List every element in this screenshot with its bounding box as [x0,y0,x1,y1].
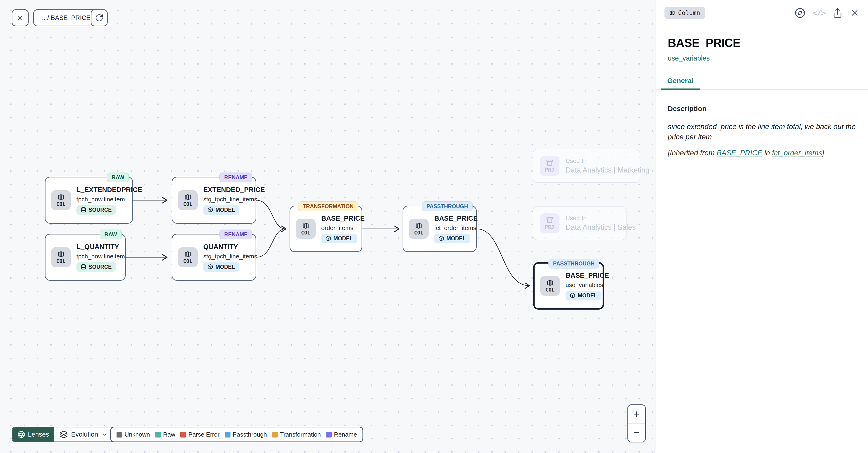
chip-label: COL [301,230,310,236]
code-icon[interactable]: </> [812,8,825,18]
used-in-node-marketing[interactable]: PRJ Used In Data Analytics | Marketing [533,149,640,183]
panel-tabs: General [656,77,868,90]
cube-icon [326,236,331,241]
chip-label: PRJ [545,167,554,173]
evolution-legend: Unknown Raw Parse Error Passthrough Tran… [110,427,363,442]
node-title: BASE_PRICE [565,272,609,279]
inherited-column-link[interactable]: BASE_PRICE [716,149,762,157]
node-title: QUANTITY [203,243,238,251]
node-title: L_EXTENDEDPRICE [76,186,142,194]
tab-general[interactable]: General [661,77,700,90]
column-chip: COL [540,276,560,296]
used-in-title: Data Analytics | Sales [565,223,636,232]
node-subtitle: fct_order_items [434,224,476,232]
zoom-in-button[interactable]: + [628,405,645,423]
refresh-button[interactable] [91,9,107,26]
cube-icon [208,207,213,213]
legend-item-rename: Rename [326,431,357,438]
layers-icon [60,430,68,438]
column-chip: COL [51,190,71,210]
node-title: BASE_PRICE [321,215,365,222]
legend-item-passthrough: Passthrough [225,431,267,438]
cube-icon [570,293,576,298]
chip-label: COL [56,258,65,264]
pill-label: MODEL [215,207,235,213]
columns-icon [57,250,65,258]
legend-swatch [180,432,186,437]
node-base-price-use-variables[interactable]: PASSTHROUGH COL BASE_PRICE use_variables… [533,262,604,310]
column-chip: COL [296,219,316,239]
chip-label: COL [414,230,423,236]
chip-label: COL [183,201,192,207]
pill-label: SOURCE [89,264,112,270]
details-panel-header: Column </> [656,0,868,26]
inherited-note: [Inherited from BASE_PRICE in fct_order_… [668,149,856,157]
lenses-label: Lenses [28,431,49,438]
pill-label: MODEL [578,292,597,299]
node-l-quantity[interactable]: RAW COL L_QUANTITY tpch_now.lineitem SOU… [45,234,126,281]
used-in-label: Used In [565,157,649,165]
project-chip: PRJ [540,156,559,176]
legend-swatch [225,432,230,437]
chip-label: COL [546,287,555,293]
compass-icon[interactable] [795,7,805,18]
legend-label: Transformation [280,431,321,438]
source-pill: SOURCE [76,262,116,272]
entity-type-badge: Column [664,7,705,19]
lens-mode-dropdown[interactable]: Evolution [54,427,114,442]
legend-label: Parse Error [188,431,219,438]
used-in-label: Used In [565,215,636,222]
pill-label: MODEL [215,264,235,270]
evolution-badge: TRANSFORMATION [298,201,358,211]
chip-label: PRJ [545,224,554,230]
node-subtitle: tpch_now.lineitem [76,253,125,260]
node-subtitle: use_variables [565,281,603,289]
used-in-node-sales[interactable]: PRJ Used In Data Analytics | Sales [533,206,626,240]
model-link[interactable]: use_variables [668,54,710,62]
share-icon[interactable] [832,8,843,18]
column-chip: COL [409,219,429,239]
close-panel-icon[interactable] [850,8,860,18]
legend-item-transformation: Transformation [272,431,321,438]
archive-icon [546,159,553,167]
node-title: EXTENDED_PRICE [203,186,265,194]
node-extended-price[interactable]: RENAME COL EXTENDED_PRICE stg_tpch_line_… [172,177,256,224]
legend-swatch [117,432,122,437]
model-pill: MODEL [565,291,601,301]
node-subtitle: order_items [321,224,353,232]
description-text: since extended_price is the line item to… [668,121,856,142]
database-icon [81,264,86,270]
legend-label: Raw [163,431,175,438]
source-pill: SOURCE [76,205,116,215]
evolution-badge: RAW [107,172,129,182]
model-pill: MODEL [203,262,239,272]
cube-icon [208,264,213,270]
columns-icon [546,279,554,287]
node-l-extendedprice[interactable]: RAW COL L_EXTENDEDPRICE tpch_now.lineite… [45,177,133,224]
chip-label: COL [183,258,192,264]
legend-label: Passthrough [232,431,267,438]
legend-swatch [155,432,161,437]
legend-item-parse-error: Parse Error [180,431,219,438]
entity-type-label: Column [678,9,700,17]
columns-icon [57,193,65,201]
columns-icon [184,250,192,258]
used-in-title: Data Analytics | Marketing [565,166,649,174]
close-graph-button[interactable] [12,9,29,26]
zoom-out-button[interactable]: − [628,423,645,442]
node-base-price-fct-order-items[interactable]: PASSTHROUGH COL BASE_PRICE fct_order_ite… [403,206,477,252]
node-subtitle: stg_tpch_line_items [203,196,257,203]
model-pill: MODEL [434,234,470,244]
columns-icon [669,10,675,16]
inherited-mid: in [762,149,772,157]
node-quantity[interactable]: RENAME COL QUANTITY stg_tpch_line_items … [172,234,256,281]
node-subtitle: tpch_now.lineitem [76,196,125,203]
node-base-price-order-items[interactable]: TRANSFORMATION COL BASE_PRICE order_item… [289,206,362,252]
columns-icon [302,222,310,230]
refresh-icon [95,13,103,22]
inherited-model-link[interactable]: fct_order_items [772,149,822,157]
breadcrumb[interactable]: .. / BASE_PRICE [33,9,99,26]
lenses-button[interactable]: Lenses [12,427,54,442]
database-icon [81,207,86,213]
node-subtitle: stg_tpch_line_items [203,253,257,260]
